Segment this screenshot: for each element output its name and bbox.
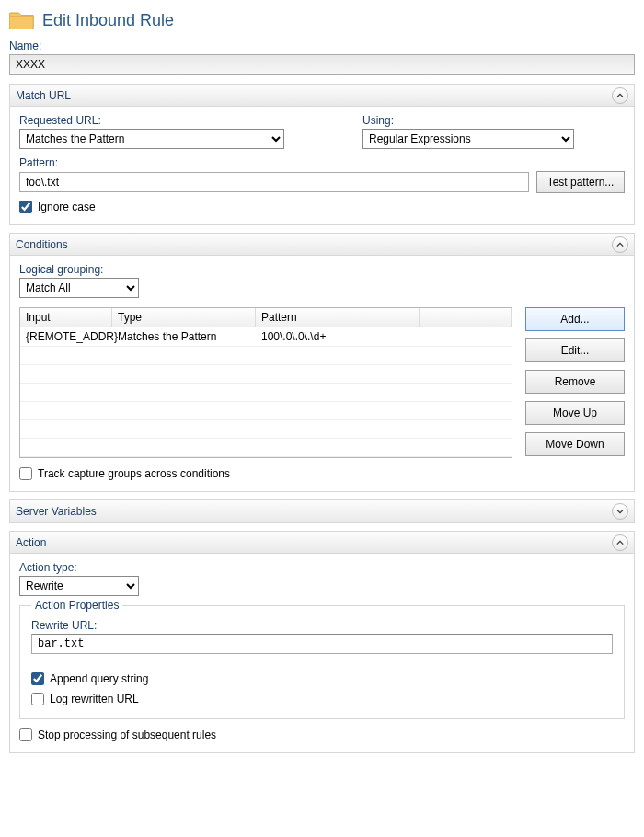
- server-variables-panel: Server Variables: [9, 499, 635, 523]
- using-select[interactable]: Regular Expressions: [362, 129, 574, 149]
- col-input[interactable]: Input: [20, 308, 112, 327]
- action-type-select[interactable]: Rewrite: [19, 576, 139, 596]
- ignore-case-label: Ignore case: [38, 201, 96, 213]
- cell-type: Matches the Pattern: [112, 327, 256, 346]
- table-row[interactable]: [20, 384, 512, 402]
- rewrite-url-label: Rewrite URL:: [31, 619, 613, 632]
- cell-pattern: 100\.0\.0\.\d+: [256, 327, 420, 346]
- table-row[interactable]: [20, 420, 512, 439]
- col-empty: [420, 308, 512, 327]
- append-query-checkbox[interactable]: [31, 672, 44, 685]
- track-capture-checkbox[interactable]: [19, 467, 32, 480]
- move-down-button[interactable]: Move Down: [525, 432, 625, 456]
- page-title: Edit Inbound Rule: [42, 11, 174, 30]
- col-pattern[interactable]: Pattern: [256, 308, 420, 327]
- name-label: Name:: [9, 40, 635, 52]
- move-up-button[interactable]: Move Up: [525, 401, 625, 425]
- action-panel: Action Action type: Rewrite Action Prope…: [9, 531, 635, 753]
- add-button[interactable]: Add...: [525, 307, 625, 331]
- conditions-panel: Conditions Logical grouping: Match All I…: [9, 233, 635, 492]
- requested-url-label: Requested URL:: [19, 114, 284, 127]
- folder-icon: [9, 7, 35, 34]
- append-query-label: Append query string: [50, 672, 148, 685]
- table-row[interactable]: [20, 347, 512, 365]
- match-url-title: Match URL: [16, 89, 71, 102]
- remove-button[interactable]: Remove: [525, 370, 625, 394]
- col-type[interactable]: Type: [112, 308, 256, 327]
- conditions-grid[interactable]: Input Type Pattern {REMOTE_ADDR} Matches…: [19, 307, 512, 458]
- logical-grouping-select[interactable]: Match All: [19, 278, 139, 298]
- pattern-input[interactable]: [19, 172, 529, 192]
- table-row[interactable]: [20, 365, 512, 384]
- using-label: Using:: [362, 114, 625, 127]
- rewrite-url-input[interactable]: [31, 634, 613, 654]
- pattern-label: Pattern:: [19, 156, 625, 169]
- stop-processing-checkbox[interactable]: [19, 728, 32, 741]
- action-title: Action: [16, 536, 46, 549]
- collapse-match-url-icon[interactable]: [612, 87, 628, 104]
- name-input[interactable]: [9, 54, 635, 75]
- ignore-case-checkbox[interactable]: [19, 201, 32, 213]
- table-row[interactable]: [20, 402, 512, 420]
- collapse-conditions-icon[interactable]: [612, 236, 628, 253]
- conditions-title: Conditions: [16, 238, 68, 251]
- log-rewritten-label: Log rewritten URL: [50, 693, 139, 705]
- action-properties-legend: Action Properties: [31, 599, 122, 612]
- requested-url-select[interactable]: Matches the Pattern: [19, 129, 284, 149]
- match-url-panel: Match URL Requested URL: Matches the Pat…: [9, 84, 635, 225]
- stop-processing-label: Stop processing of subsequent rules: [38, 728, 216, 741]
- log-rewritten-checkbox[interactable]: [31, 693, 44, 705]
- expand-server-variables-icon[interactable]: [612, 503, 628, 520]
- track-capture-label: Track capture groups across conditions: [38, 467, 230, 480]
- test-pattern-button[interactable]: Test pattern...: [536, 171, 625, 193]
- table-row[interactable]: [20, 439, 512, 457]
- action-type-label: Action type:: [19, 561, 625, 574]
- server-variables-title: Server Variables: [16, 505, 97, 518]
- cell-input: {REMOTE_ADDR}: [20, 327, 112, 346]
- logical-grouping-label: Logical grouping:: [19, 263, 625, 276]
- table-row[interactable]: {REMOTE_ADDR} Matches the Pattern 100\.0…: [20, 327, 512, 347]
- edit-button[interactable]: Edit...: [525, 338, 625, 362]
- collapse-action-icon[interactable]: [612, 534, 628, 551]
